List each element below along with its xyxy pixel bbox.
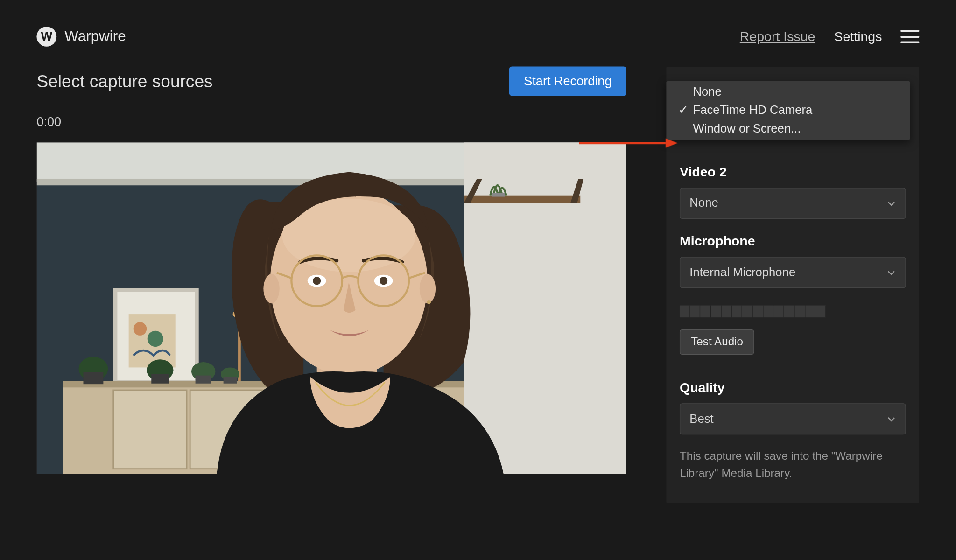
video2-value: None (689, 196, 718, 210)
video1-option-screen[interactable]: Window or Screen... (666, 119, 910, 138)
quality-label: Quality (680, 380, 906, 395)
save-destination-note: This capture will save into the "Warpwir… (680, 448, 906, 483)
svg-point-38 (420, 274, 436, 303)
brand[interactable]: W Warpwire (36, 27, 126, 47)
start-recording-button[interactable]: Start Recording (509, 67, 626, 96)
header-right: Report Issue Settings (740, 29, 920, 44)
svg-point-10 (134, 322, 147, 336)
video1-option-camera[interactable]: FaceTime HD Camera (666, 101, 910, 119)
svg-marker-41 (666, 139, 678, 148)
chevron-down-icon (886, 268, 896, 277)
settings-panel: Video 1 None FaceTime HD Camera Window o… (666, 67, 919, 503)
svg-rect-2 (464, 142, 626, 474)
svg-rect-16 (113, 390, 187, 469)
svg-rect-19 (83, 372, 103, 384)
hamburger-menu-icon[interactable] (900, 30, 919, 43)
brand-text: Warpwire (64, 28, 126, 45)
warpwire-logo-icon: W (36, 27, 56, 47)
video1-dropdown: None FaceTime HD Camera Window or Screen… (666, 81, 910, 140)
recording-timer: 0:00 (36, 114, 626, 129)
page-title: Select capture sources (36, 71, 212, 91)
camera-preview (36, 142, 626, 474)
svg-point-34 (313, 277, 321, 285)
video2-label: Video 2 (680, 164, 906, 180)
report-issue-link[interactable]: Report Issue (740, 29, 815, 44)
svg-point-37 (263, 274, 279, 303)
microphone-value: Internal Microphone (689, 266, 795, 280)
annotation-arrow-icon (579, 136, 679, 150)
chevron-down-icon (886, 199, 896, 208)
svg-point-36 (380, 277, 387, 285)
quality-value: Best (689, 412, 713, 426)
svg-point-39 (427, 300, 431, 304)
svg-rect-23 (196, 376, 211, 384)
quality-select[interactable]: Best (680, 403, 906, 434)
svg-rect-25 (224, 377, 237, 383)
main-left-column: Select capture sources Start Recording 0… (36, 67, 626, 503)
settings-link[interactable]: Settings (834, 29, 882, 44)
svg-rect-3 (36, 179, 464, 185)
svg-point-11 (148, 331, 163, 347)
svg-rect-7 (492, 193, 505, 197)
video1-option-none[interactable]: None (666, 83, 910, 101)
svg-rect-4 (464, 196, 580, 203)
app-header: W Warpwire Report Issue Settings (0, 0, 956, 67)
svg-rect-21 (151, 374, 169, 384)
video2-select[interactable]: None (680, 188, 906, 219)
microphone-label: Microphone (680, 234, 906, 249)
microphone-select[interactable]: Internal Microphone (680, 257, 906, 288)
test-audio-button[interactable]: Test Audio (680, 329, 754, 355)
audio-level-meter (680, 306, 826, 318)
chevron-down-icon (886, 414, 896, 424)
